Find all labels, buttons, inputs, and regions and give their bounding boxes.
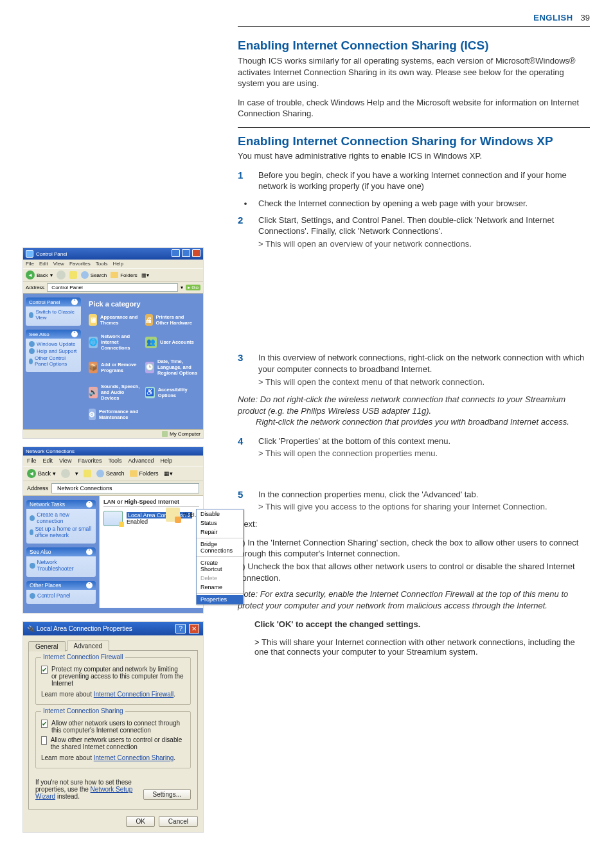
forward-button[interactable]: [57, 270, 66, 279]
cat-network[interactable]: 🌐Network and Internet Connections: [89, 333, 141, 351]
views-icon[interactable]: ▦▾: [141, 272, 149, 278]
step-2-result: > This will open an overview of your net…: [258, 238, 590, 250]
link-network-troubleshooter[interactable]: Network Troubleshooter: [30, 559, 93, 572]
menu-help[interactable]: Help: [112, 261, 123, 267]
checkbox-allow-control[interactable]: [41, 736, 47, 745]
link-windows-update[interactable]: Windows Update: [29, 341, 78, 347]
cp-title: Control Panel: [36, 251, 67, 257]
ctx-rename[interactable]: Rename: [197, 583, 243, 592]
link-control-panel[interactable]: Control Panel: [30, 592, 93, 599]
link-firewall[interactable]: Internet Connection Firewall: [94, 691, 174, 698]
collapse-icon[interactable]: ˄: [86, 582, 93, 589]
cat-add-remove[interactable]: 📦Add or Remove Programs: [89, 359, 141, 376]
cat-printers[interactable]: 🖨Printers and Other Hardware: [145, 314, 198, 326]
ctx-bridge[interactable]: Bridge Connections: [197, 540, 243, 555]
step-2-text: Click Start, Settings, and Control Panel…: [258, 215, 554, 236]
views-icon[interactable]: ▦▾: [164, 470, 173, 477]
collapse-icon[interactable]: ˄: [71, 331, 78, 337]
menu-file[interactable]: File: [26, 261, 34, 267]
menu-favorites[interactable]: Favorites: [78, 457, 102, 464]
settings-button[interactable]: Settings...: [143, 789, 191, 800]
cat-sounds[interactable]: 🔊Sounds, Speech, and Audio Devices: [89, 384, 141, 401]
cancel-button[interactable]: Cancel: [159, 816, 198, 827]
cp-app-icon: [26, 250, 33, 258]
learn-more-ics-pre: Learn more about: [41, 754, 94, 761]
collapse-icon[interactable]: ˄: [86, 501, 93, 508]
tab-advanced[interactable]: Advanced: [67, 641, 109, 651]
menu-view[interactable]: View: [53, 261, 64, 267]
go-button[interactable]: ▸ Go: [186, 285, 200, 290]
screenshot-network-connections: Network Connections File Edit View Favor…: [23, 447, 203, 613]
folders-button[interactable]: Folders: [130, 470, 159, 477]
checkbox-allow-connect[interactable]: ✔: [41, 720, 48, 728]
wizard-item[interactable]: IP EI...: [166, 508, 199, 522]
ctx-delete: Delete: [197, 574, 243, 583]
collapse-icon[interactable]: ˄: [71, 299, 78, 305]
folders-button[interactable]: Folders: [111, 272, 138, 278]
status-icon: [162, 431, 168, 437]
search-button[interactable]: Search: [96, 470, 125, 477]
section1-p1: Though ICS works similarly for all opera…: [238, 55, 590, 89]
cat-performance[interactable]: ⚙Performance and Maintenance: [89, 409, 141, 420]
menu-edit[interactable]: Edit: [43, 457, 53, 464]
link-other-cp-options[interactable]: Other Control Panel Options: [29, 355, 78, 367]
link-help-support[interactable]: Help and Support: [29, 348, 78, 354]
address-value: Network Connections: [57, 485, 112, 492]
next-heading: Next:: [238, 519, 590, 529]
up-icon[interactable]: [69, 271, 77, 279]
address-dropdown-icon[interactable]: ▾: [181, 285, 183, 290]
header-language: ENGLISH: [533, 13, 573, 22]
menu-tools[interactable]: Tools: [108, 457, 121, 464]
menu-help[interactable]: Help: [160, 457, 172, 464]
maximize-icon[interactable]: [182, 249, 190, 257]
note-1a: Note: Do not right-click the wireless ne…: [238, 394, 565, 416]
menu-advanced[interactable]: Advanced: [128, 457, 154, 464]
minimize-icon[interactable]: [172, 249, 180, 257]
step-5-result: > This will give you access to the optio…: [258, 501, 590, 513]
ctx-properties[interactable]: Properties: [197, 595, 243, 604]
search-button[interactable]: Search: [81, 271, 107, 279]
close-icon[interactable]: [192, 249, 200, 257]
help-icon[interactable]: ?: [175, 624, 186, 633]
menu-view[interactable]: View: [59, 457, 71, 464]
header-page-number: 39: [581, 13, 590, 22]
forward-button[interactable]: [61, 469, 70, 478]
ctx-status[interactable]: Status: [197, 518, 243, 527]
menu-edit[interactable]: Edit: [39, 261, 48, 267]
window-buttons: [171, 249, 200, 258]
learn-more-firewall-pre: Learn more about: [41, 691, 94, 698]
link-setup-home-network[interactable]: Set up a home or small office network: [30, 526, 93, 538]
ctx-shortcut[interactable]: Create Shortcut: [197, 558, 243, 574]
step-4-text: Click 'Properties' at the bottom of this…: [258, 436, 450, 446]
up-icon[interactable]: [84, 470, 91, 477]
checkbox-firewall[interactable]: ✔: [41, 666, 48, 674]
address-field[interactable]: Control Panel: [47, 283, 178, 292]
menu-tools[interactable]: Tools: [96, 261, 108, 267]
cp-pane2-title: See Also: [29, 332, 49, 337]
link-ics[interactable]: Internet Connection Sharing: [94, 754, 174, 761]
cat-appearance[interactable]: 🖥Appearance and Themes: [89, 314, 141, 326]
close-icon[interactable]: ✕: [189, 624, 199, 633]
ctx-disable[interactable]: Disable: [197, 509, 243, 518]
cat-users[interactable]: 👥User Accounts: [145, 333, 198, 351]
cat-accessibility[interactable]: ♿Accessibility Options: [145, 384, 198, 401]
switch-classic-view[interactable]: Switch to Classic View: [29, 309, 78, 321]
section1-title: Enabling Internet Connection Sharing (IC…: [238, 39, 590, 53]
link-create-connection[interactable]: Create a new connection: [30, 511, 93, 524]
step-3-text: In this overview of network connections,…: [258, 353, 584, 374]
address-label: Address: [27, 485, 48, 492]
group-firewall: Internet Connection Firewall: [41, 653, 125, 660]
tab-general[interactable]: General: [28, 641, 66, 651]
cat-date-time[interactable]: 🕒Date, Time, Language, and Regional Opti…: [145, 359, 198, 376]
back-button[interactable]: ◄Back ▾: [27, 469, 56, 478]
collapse-icon[interactable]: ˄: [86, 549, 93, 555]
ok-button[interactable]: OK: [126, 816, 154, 827]
menu-favorites[interactable]: Favorites: [69, 261, 91, 267]
address-field[interactable]: Network Connections: [51, 483, 199, 493]
wizard-icon: [166, 508, 180, 522]
foot-text-2: instead.: [55, 793, 80, 800]
back-button[interactable]: ◄Back ▾: [26, 270, 53, 279]
ctx-repair[interactable]: Repair: [197, 527, 243, 536]
menu-file[interactable]: File: [27, 457, 37, 464]
step-5: 5 In the connection properties menu, cli…: [238, 489, 590, 513]
